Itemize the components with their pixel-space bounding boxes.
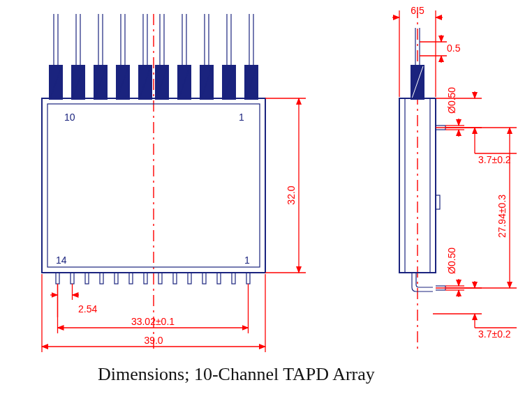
svg-text:39.0: 39.0 — [144, 335, 163, 346]
svg-text:Ø0.50: Ø0.50 — [446, 248, 457, 274]
label-top-left: 10 — [64, 112, 75, 123]
svg-rect-46 — [144, 273, 147, 284]
pins-bottom — [56, 273, 250, 284]
svg-text:32.0: 32.0 — [286, 185, 297, 204]
dim-cable: 0.5 — [420, 35, 461, 63]
caption: Dimensions; 10-Channel TAPD Array — [98, 364, 375, 384]
label-top-right: 1 — [239, 112, 244, 123]
svg-rect-43 — [100, 273, 103, 284]
svg-text:0.5: 0.5 — [447, 43, 461, 54]
svg-rect-42 — [85, 273, 89, 284]
svg-rect-47 — [158, 273, 162, 284]
svg-rect-53 — [246, 273, 250, 284]
dim-height: 32.0 — [265, 98, 306, 273]
svg-rect-51 — [217, 273, 221, 284]
svg-rect-52 — [232, 273, 235, 284]
svg-rect-44 — [114, 273, 118, 284]
svg-text:Ø0.50: Ø0.50 — [446, 87, 457, 114]
svg-text:3.7±0.2: 3.7±0.2 — [478, 154, 511, 165]
dim-pin-dia-bot: Ø0.50 — [445, 248, 464, 297]
svg-rect-40 — [56, 273, 59, 284]
svg-rect-41 — [71, 273, 74, 284]
svg-rect-50 — [202, 273, 206, 284]
svg-rect-48 — [173, 273, 177, 284]
dim-width: 39.0 — [42, 274, 265, 352]
svg-text:6.5: 6.5 — [411, 5, 424, 16]
side-lead — [412, 273, 433, 291]
label-bot-right: 1 — [244, 255, 250, 266]
label-bot-left: 14 — [56, 255, 67, 266]
svg-rect-49 — [188, 273, 191, 284]
svg-text:33.02±0.1: 33.02±0.1 — [131, 316, 175, 327]
svg-text:3.7±0.2: 3.7±0.2 — [478, 328, 511, 340]
front-view: 10 1 14 1 32.0 — [42, 14, 306, 352]
side-view: 6.5 0.5 Ø0.50 3.7±0.2 — [392, 5, 517, 349]
dim-pin-dia-top: Ø0.50 — [445, 87, 464, 137]
svg-rect-45 — [129, 273, 133, 284]
drawing-canvas: 10 1 14 1 32.0 — [0, 0, 532, 394]
svg-text:27.94±0.3: 27.94±0.3 — [496, 195, 508, 238]
svg-text:2.54: 2.54 — [78, 303, 97, 315]
